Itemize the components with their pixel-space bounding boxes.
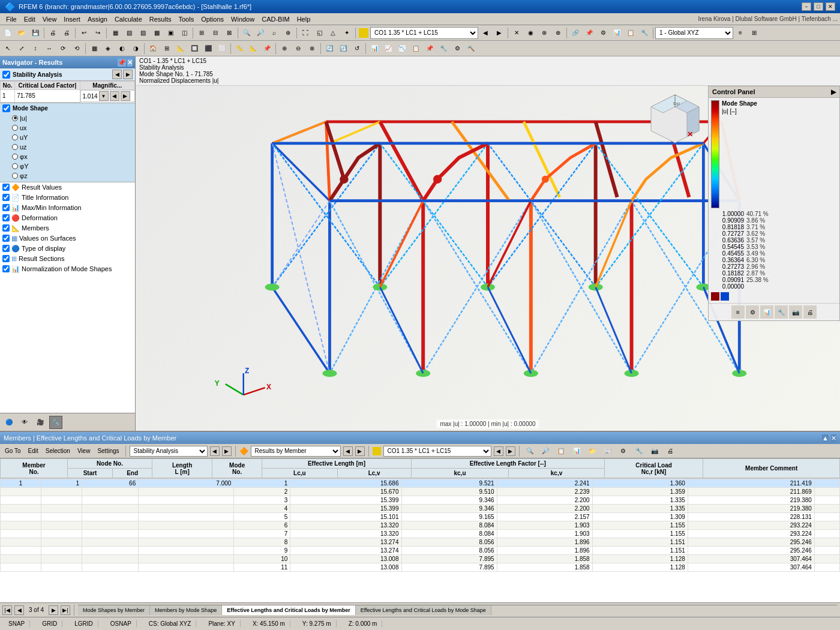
bp-tb-6[interactable]: 📰	[601, 445, 614, 458]
nav-close-btn[interactable]: ✕	[127, 59, 133, 67]
tb2-b21[interactable]: ⊖	[292, 42, 305, 55]
bp-last-page[interactable]: ▶|	[61, 605, 70, 615]
tab-mode-shapes-by-member[interactable]: Mode Shapes by Member	[78, 605, 150, 615]
bp-table-body[interactable]: 1 1 66 7.000 1 15.686 9.521 2.241 1.360 …	[0, 479, 840, 602]
tb2-b11[interactable]: 🏠	[146, 42, 160, 55]
bp-goto-btn[interactable]: Go To	[2, 447, 23, 455]
load-combo-top[interactable]: CO1 1.35 * LC1 + LC15	[370, 27, 478, 39]
3d-viewport[interactable]: X Y Z ✕	[136, 86, 840, 431]
cp-btn-2[interactable]: ⚙	[746, 305, 759, 319]
close-button[interactable]: ✕	[826, 2, 835, 11]
nav-maxmin[interactable]: 📊 Max/Min Information	[0, 203, 135, 213]
nav-values-on-surfaces[interactable]: ▦ Values on Surfaces	[0, 233, 135, 244]
tb2-b32[interactable]: ⚙	[451, 42, 464, 55]
tb-b20[interactable]: ⊗	[538, 26, 551, 40]
tb-open[interactable]: 📂	[15, 26, 28, 40]
tb-b26[interactable]: 📋	[624, 26, 637, 40]
tb2-b6[interactable]: ⟲	[70, 42, 83, 55]
bp-edit-btn[interactable]: Edit	[26, 447, 41, 455]
cp-btn-1[interactable]: ≡	[731, 305, 745, 319]
table-row[interactable]: 3 15.399 9.346 2.200 1.335 219.380	[1, 496, 840, 505]
tb2-b28[interactable]: 📉	[395, 42, 409, 55]
tb-b6[interactable]: ◫	[178, 26, 191, 40]
tb2-b19[interactable]: 📌	[260, 42, 274, 55]
tb2-b5[interactable]: ⟳	[56, 42, 70, 55]
menu-edit[interactable]: Edit	[20, 14, 39, 24]
tb2-b14[interactable]: 🔲	[188, 42, 201, 55]
nav-right-btn[interactable]: ▶	[123, 70, 133, 79]
menu-results[interactable]: Results	[146, 14, 175, 24]
bp-tb-1[interactable]: 🔍	[523, 445, 536, 458]
tb2-b25[interactable]: ↺	[350, 42, 364, 55]
nav-type-of-display[interactable]: 🔵 Type of display	[0, 244, 135, 254]
tb-b15[interactable]: ◱	[313, 26, 326, 40]
nav-result-sections[interactable]: ⊞ Result Sections	[0, 254, 135, 264]
tb2-b20[interactable]: ⊕	[278, 42, 291, 55]
cp-btn-4[interactable]: 🔧	[775, 305, 788, 319]
mode-u-abs[interactable]: |u|	[2, 113, 133, 123]
table-row[interactable]: 6 13.320 8.084 1.903 1.155 293.224	[1, 521, 840, 530]
tb-print[interactable]: 🖨	[46, 26, 59, 40]
tb-b5[interactable]: ▣	[164, 26, 177, 40]
view-combo[interactable]: 1 - Global XYZ	[655, 27, 733, 39]
menu-cadbim[interactable]: CAD-BIM	[258, 14, 293, 24]
tb2-b12[interactable]: ⊞	[160, 42, 173, 55]
nav-result-values[interactable]: 🔶 Result Values	[0, 182, 135, 193]
bp-results-next[interactable]: ▶	[355, 446, 365, 456]
table-row[interactable]: 2 15.670 9.510 2.239 1.359 211.869	[1, 488, 840, 496]
tb-prev-lc[interactable]: ◀	[479, 26, 492, 40]
tb-next-lc[interactable]: ▶	[493, 26, 506, 40]
tb-redo[interactable]: ↪	[91, 26, 104, 40]
tb-b19[interactable]: ◉	[524, 26, 537, 40]
nav-table-row[interactable]: 1 71.785 1.014 ▼ ◀▶	[1, 90, 135, 103]
tb2-b27[interactable]: 📈	[382, 42, 395, 55]
tb-b23[interactable]: 📌	[583, 26, 596, 40]
nav-btn-3[interactable]: 🎥	[34, 416, 47, 429]
bp-view-btn[interactable]: View	[75, 447, 93, 455]
tb-b29[interactable]: ⊞	[748, 26, 761, 40]
nav-btn-4[interactable]: 🔧	[49, 416, 62, 429]
table-row[interactable]: 11 13.008 7.895 1.858 1.128 307.464	[1, 563, 840, 572]
mode-phiy[interactable]: φY	[2, 161, 133, 171]
bp-tb-3[interactable]: 📋	[554, 445, 568, 458]
tb-b12[interactable]: ⌕	[268, 26, 281, 40]
bp-load-combo[interactable]: CO1 1.35 * LC1 + LC15	[383, 446, 491, 457]
nav-left-btn[interactable]: ◀	[112, 70, 122, 79]
tab-members-by-mode-shape[interactable]: Members by Mode Shape	[150, 605, 222, 615]
tb-b2[interactable]: ▧	[122, 26, 136, 40]
bp-tb-9[interactable]: 📷	[648, 445, 661, 458]
bp-tb-7[interactable]: ⚙	[617, 445, 630, 458]
menu-insert[interactable]: Insert	[60, 14, 84, 24]
menu-window[interactable]: Window	[227, 14, 258, 24]
menu-assign[interactable]: Assign	[84, 14, 111, 24]
tb-b18[interactable]: ✕	[510, 26, 523, 40]
tb2-b4[interactable]: ↔	[43, 42, 56, 55]
bp-results-prev[interactable]: ◀	[343, 446, 353, 456]
tb-b8[interactable]: ⊟	[209, 26, 222, 40]
stability-checkbox[interactable]	[2, 71, 10, 79]
tb2-b23[interactable]: 🔄	[323, 42, 336, 55]
tb-b22[interactable]: 🔗	[569, 26, 582, 40]
bp-prev-btn[interactable]: ◀	[210, 446, 220, 456]
mode-ux[interactable]: ux	[2, 123, 133, 133]
bp-next-page[interactable]: ▶	[49, 605, 58, 615]
status-grid[interactable]: GRID	[37, 620, 62, 627]
bp-prev-page[interactable]: ◀	[14, 605, 24, 615]
tb-b21[interactable]: ⊕	[551, 26, 565, 40]
mode-phiz[interactable]: φz	[2, 171, 133, 181]
tb-b14[interactable]: ⛶	[299, 26, 312, 40]
tb-b24[interactable]: ⚙	[596, 26, 610, 40]
bp-analysis-combo[interactable]: Stability Analysis	[130, 446, 208, 457]
mode-uz[interactable]: uz	[2, 142, 133, 152]
bp-tb-4[interactable]: 📊	[570, 445, 583, 458]
table-row[interactable]: 10 13.008 7.895 1.858 1.128 307.464	[1, 555, 840, 563]
tb-b16[interactable]: △	[326, 26, 340, 40]
nav-pin-btn[interactable]: 📌	[118, 59, 126, 67]
tb2-b33[interactable]: 🔨	[464, 42, 478, 55]
tb-b10[interactable]: 🔍	[240, 26, 253, 40]
menu-view[interactable]: View	[39, 14, 61, 24]
tb2-b2[interactable]: ⤢	[15, 42, 28, 55]
tab-eff-lengths-by-mode-shape[interactable]: Effective Lengths and Critical Loads by …	[356, 605, 491, 615]
cp-btn-5[interactable]: 📷	[789, 305, 802, 319]
tb2-b3[interactable]: ↕	[29, 42, 42, 55]
